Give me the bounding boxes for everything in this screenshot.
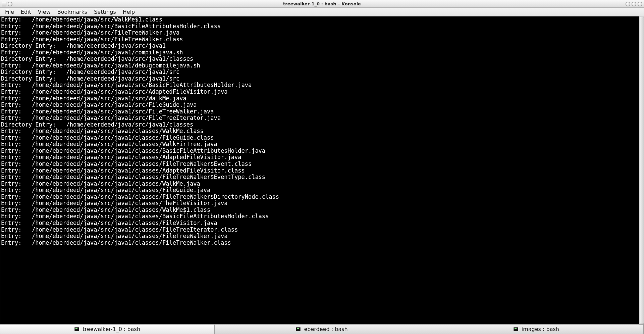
menu-bookmarks[interactable]: Bookmarks <box>54 8 91 16</box>
tab-label: images : bash <box>522 326 559 332</box>
titlebar[interactable]: treewalker-1_0 : bash – Konsole <box>0 0 644 8</box>
menu-file[interactable]: File <box>2 8 17 16</box>
menu-settings[interactable]: Settings <box>91 8 119 16</box>
titlebar-left-controls <box>0 2 12 6</box>
tab-eberdeed[interactable]: eberdeed : bash <box>215 325 429 334</box>
window-menu-icon[interactable] <box>2 2 6 6</box>
scrollbar-thumb[interactable] <box>640 17 644 324</box>
konsole-window: treewalker-1_0 : bash – Konsole File Edi… <box>0 0 644 334</box>
window-title: treewalker-1_0 : bash – Konsole <box>283 1 361 6</box>
menu-edit[interactable]: Edit <box>17 8 35 16</box>
titlebar-right-controls <box>626 2 644 6</box>
terminal-icon <box>74 327 79 331</box>
menubar: File Edit View Bookmarks Settings Help <box>0 8 644 16</box>
tab-label: eberdeed : bash <box>304 326 347 332</box>
menu-view[interactable]: View <box>35 8 54 16</box>
tab-label: treewalker-1_0 : bash <box>83 326 140 332</box>
minimize-button[interactable] <box>626 2 630 6</box>
tabbar: treewalker-1_0 : bash eberdeed : bash im… <box>0 324 644 334</box>
terminal-icon <box>514 327 518 331</box>
maximize-button[interactable] <box>632 2 636 6</box>
terminal-icon <box>296 327 301 331</box>
tab-treewalker[interactable]: treewalker-1_0 : bash <box>0 325 215 334</box>
close-button[interactable] <box>638 2 642 6</box>
terminal-output[interactable]: Entry: /home/eberdeed/java/src/WalkMe$1.… <box>0 16 639 324</box>
tab-images[interactable]: images : bash <box>429 325 644 334</box>
menu-help[interactable]: Help <box>119 8 138 16</box>
window-pin-icon[interactable] <box>8 2 12 6</box>
terminal-container: Entry: /home/eberdeed/java/src/WalkMe$1.… <box>0 16 644 324</box>
scrollbar-vertical[interactable] <box>639 16 644 324</box>
